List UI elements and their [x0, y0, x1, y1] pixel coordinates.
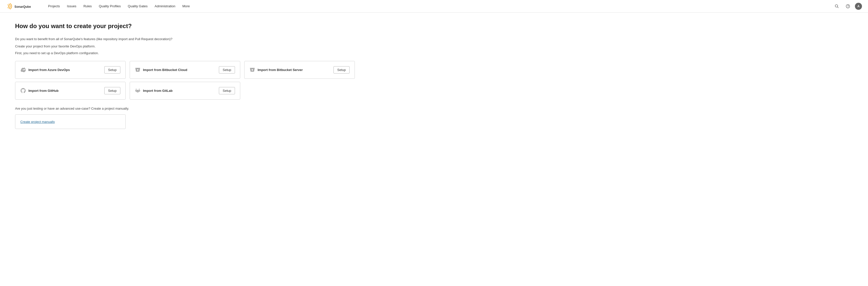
import-cards-row2: Import from GitHub Setup Impor — [15, 82, 337, 100]
svg-text:SonarQube: SonarQube — [14, 5, 31, 8]
page-title: How do you want to create your project? — [15, 23, 337, 30]
card-bitbucket-server-label: Import from Bitbucket Server — [257, 68, 303, 72]
card-bitbucket-cloud-label: Import from Bitbucket Cloud — [143, 68, 187, 72]
card-bitbucket-cloud: Import from Bitbucket Cloud Setup — [130, 61, 240, 79]
card-bitbucket-server-left: Import from Bitbucket Server — [250, 67, 303, 72]
bitbucket-cloud-setup-button[interactable]: Setup — [219, 66, 235, 73]
azure-devops-icon — [20, 67, 26, 72]
card-bitbucket-server: Import from Bitbucket Server Setup — [244, 61, 355, 79]
gitlab-setup-button[interactable]: Setup — [219, 87, 235, 94]
card-azure-devops: Import from Azure DevOps Setup — [15, 61, 126, 79]
azure-setup-button[interactable]: Setup — [104, 66, 120, 73]
nav-link-administration[interactable]: Administration — [151, 0, 179, 12]
github-setup-button[interactable]: Setup — [104, 87, 120, 94]
nav-link-quality-profiles[interactable]: Quality Profiles — [95, 0, 124, 12]
card-gitlab: Import from GitLab Setup — [130, 82, 240, 100]
nav-right: ? A — [833, 2, 862, 10]
svg-text:?: ? — [847, 5, 849, 8]
description-line3: First, you need to set up a DevOps platf… — [15, 51, 337, 55]
card-azure-left: Import from Azure DevOps — [20, 67, 70, 72]
logo[interactable]: SonarQube — [6, 3, 36, 10]
testing-note: Are you just testing or have an advanced… — [15, 107, 337, 110]
card-gitlab-label: Import from GitLab — [143, 89, 173, 93]
description-line2: Create your project from your favorite D… — [15, 44, 337, 49]
nav-link-rules[interactable]: Rules — [80, 0, 95, 12]
help-button[interactable]: ? — [844, 2, 852, 10]
nav-link-issues[interactable]: Issues — [63, 0, 80, 12]
card-gitlab-left: Import from GitLab — [135, 88, 173, 93]
import-cards-row1: Import from Azure DevOps Setup Import fr… — [15, 61, 337, 79]
svg-line-2 — [838, 7, 839, 8]
description-line1: Do you want to benefit from all of Sonar… — [15, 37, 337, 42]
nav-links: Projects Issues Rules Quality Profiles Q… — [44, 0, 833, 12]
manual-project-card: Create project manually — [15, 114, 126, 129]
bitbucket-cloud-icon — [135, 67, 141, 72]
main-nav: SonarQube Projects Issues Rules Quality … — [0, 0, 868, 12]
help-icon: ? — [846, 4, 850, 8]
nav-link-projects[interactable]: Projects — [44, 0, 63, 12]
card-bitbucket-left: Import from Bitbucket Cloud — [135, 67, 187, 72]
card-github-left: Import from GitHub — [20, 88, 59, 93]
create-project-manually-link[interactable]: Create project manually — [20, 120, 55, 124]
search-icon — [835, 4, 839, 8]
main-content: How do you want to create your project? … — [0, 12, 352, 139]
card-github-label: Import from GitHub — [28, 89, 59, 93]
user-avatar[interactable]: A — [855, 3, 862, 10]
card-azure-label: Import from Azure DevOps — [28, 68, 70, 72]
sonarqube-logo: SonarQube — [6, 3, 36, 10]
nav-link-quality-gates[interactable]: Quality Gates — [124, 0, 151, 12]
bitbucket-server-setup-button[interactable]: Setup — [334, 66, 349, 73]
bitbucket-server-icon — [250, 67, 255, 72]
github-icon — [20, 88, 26, 93]
card-github: Import from GitHub Setup — [15, 82, 126, 100]
nav-link-more[interactable]: More — [179, 0, 193, 12]
gitlab-icon — [135, 88, 141, 93]
search-button[interactable] — [833, 2, 841, 10]
